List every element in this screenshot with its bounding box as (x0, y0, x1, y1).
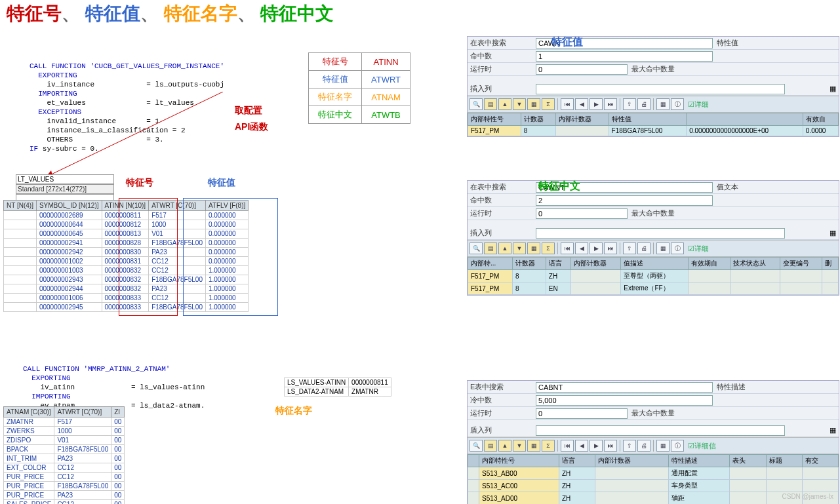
col-header[interactable]: 特性描述 (669, 455, 730, 467)
col-header[interactable]: 有交 (802, 455, 838, 467)
table-row[interactable]: F517_PM8F18BGA78F5L000.0000000000000000E… (468, 126, 839, 136)
table-row[interactable]: PUR_PRICEPA2300 (4, 491, 125, 500)
table-row[interactable]: F517_PM8ENExtreme（FF） (468, 282, 839, 295)
grid-icon[interactable]: ▦ (656, 242, 670, 254)
filter-icon[interactable]: ▤ (484, 242, 497, 254)
col-header[interactable]: 内部特性号 (479, 455, 559, 467)
col-header[interactable]: 值描述 (621, 258, 689, 270)
sap1-hit[interactable] (536, 51, 713, 62)
col-header[interactable]: 内部计数器 (555, 113, 609, 126)
col-header[interactable]: 内部特... (468, 258, 513, 270)
print-icon[interactable]: 🖨 (637, 440, 650, 452)
nav-first-icon[interactable]: ⏮ (561, 440, 574, 452)
nav-next-icon[interactable]: ▶ (590, 98, 603, 110)
col-header[interactable]: 计数器 (521, 113, 555, 126)
col-header[interactable]: ZI (111, 407, 125, 417)
find-icon[interactable]: 🔍 (470, 98, 483, 110)
table-row[interactable]: PUR_PRICEF18BGA78F5L0000 (4, 482, 125, 491)
nav-prev-icon[interactable]: ◀ (575, 242, 588, 254)
nav-prev-icon[interactable]: ◀ (575, 440, 588, 452)
nav-prev-icon[interactable]: ◀ (575, 98, 588, 110)
col-header[interactable]: 表头 (730, 455, 766, 467)
detail-link[interactable]: ☑详细信 (685, 440, 716, 452)
tool-icon[interactable]: ▦ (527, 440, 540, 452)
col-header[interactable]: SYMBOL_ID [N(12)] (36, 201, 102, 211)
data-table-2[interactable]: ATNAM [C(30)]ATWRT [C(70)]ZIZMATNRF51700… (3, 406, 125, 504)
col-header[interactable]: 变更编号 (780, 258, 822, 270)
find-icon[interactable]: 🔍 (470, 242, 483, 254)
nav-next-icon[interactable]: ▶ (590, 440, 603, 452)
table-row[interactable]: LS_VALUES-ATINN0000000811 (285, 378, 391, 387)
nav-last-icon[interactable]: ⏭ (604, 242, 617, 254)
table-row[interactable]: SALES_PRICECC1200 (4, 500, 125, 505)
col-header[interactable]: 内部计数器 (595, 455, 669, 467)
nav-next-icon[interactable]: ▶ (590, 242, 603, 254)
tool-icon[interactable]: ▦ (527, 242, 540, 254)
table-row[interactable]: LS_DATA2-ATNAMZMATNR (285, 387, 391, 397)
export-icon[interactable]: ⇪ (623, 242, 636, 254)
table-row[interactable]: ZMATNRF51700 (4, 417, 125, 427)
nav-last-icon[interactable]: ⏭ (604, 98, 617, 110)
info-icon[interactable]: ⓘ (671, 242, 684, 254)
tool-icon[interactable]: ▦ (527, 98, 540, 110)
col-header[interactable] (468, 455, 479, 467)
col-header[interactable]: 语言 (559, 455, 595, 467)
sap2-ins[interactable] (536, 228, 785, 239)
table-row[interactable]: S513_AB00ZH通用配置 (468, 467, 839, 480)
table-row[interactable]: F517_PM8ZH至尊型（两驱） (468, 270, 839, 282)
sort-asc-icon[interactable]: ▲ (498, 242, 511, 254)
add-icon[interactable]: ▦ (830, 426, 836, 435)
nav-last-icon[interactable]: ⏭ (604, 440, 617, 452)
sum-icon[interactable]: Σ (542, 98, 555, 110)
col-header[interactable]: 计数器 (513, 258, 546, 270)
table-row[interactable]: S513_AC00ZH车身类型 (468, 480, 839, 492)
grid-icon[interactable]: ▦ (656, 440, 670, 452)
table-row[interactable]: EXT_COLORCC1200 (4, 463, 125, 473)
sap1-run[interactable] (536, 64, 628, 75)
detail-link[interactable]: ☑详细 (685, 98, 709, 110)
sap3-run[interactable] (536, 408, 628, 419)
find-icon[interactable]: 🔍 (470, 440, 483, 452)
sap2-grid[interactable]: 内部特...计数器语言内部计数器值描述有效期自技术状态从变更编号删F517_PM… (468, 257, 839, 295)
sort-asc-icon[interactable]: ▲ (498, 440, 511, 452)
col-header[interactable]: ATNAM [C(30)] (4, 407, 54, 417)
col-header[interactable]: 特性值 (609, 113, 687, 126)
grid-icon[interactable]: ▦ (656, 98, 670, 110)
col-header[interactable]: 删 (822, 258, 839, 270)
nav-first-icon[interactable]: ⏮ (561, 242, 574, 254)
table-row[interactable]: ZWERKS100000 (4, 427, 125, 436)
sap3-ins[interactable] (536, 425, 785, 436)
info-icon[interactable]: ⓘ (671, 440, 684, 452)
lt-values-input[interactable] (16, 174, 114, 184)
sort-asc-icon[interactable]: ▲ (498, 98, 511, 110)
add-icon[interactable]: ▦ (830, 229, 836, 237)
col-header[interactable]: 技术状态从 (730, 258, 780, 270)
filter-icon[interactable]: ▤ (484, 98, 497, 110)
col-header[interactable]: 有效期自 (689, 258, 730, 270)
sap3-hit[interactable] (536, 395, 713, 406)
col-header[interactable]: ATWRT [C(70)] (54, 407, 111, 417)
table-row[interactable]: PUR_PRICECC1200 (4, 473, 125, 482)
sap1-grid[interactable]: 内部特性号计数器内部计数器特性值有效自F517_PM8F18BGA78F5L00… (468, 113, 839, 136)
export-icon[interactable]: ⇪ (623, 440, 636, 452)
table-row[interactable]: INT_TRIMPA2300 (4, 454, 125, 463)
col-header[interactable]: 标题 (766, 455, 802, 467)
col-header[interactable]: 内部计数器 (570, 258, 621, 270)
filter-icon[interactable]: ▤ (484, 440, 497, 452)
print-icon[interactable]: 🖨 (637, 98, 650, 110)
info-icon[interactable]: ⓘ (671, 98, 684, 110)
sort-desc-icon[interactable]: ▼ (513, 440, 526, 452)
col-header[interactable]: NT [N(4)] (4, 201, 37, 211)
nav-first-icon[interactable]: ⏮ (561, 98, 574, 110)
export-icon[interactable]: ⇪ (623, 98, 636, 110)
sap2-hit[interactable] (536, 195, 713, 206)
detail-link[interactable]: ☑详细 (685, 242, 709, 254)
sap2-run[interactable] (536, 208, 628, 219)
add-icon[interactable]: ▦ (830, 85, 836, 93)
sum-icon[interactable]: Σ (542, 242, 555, 254)
col-header[interactable] (687, 113, 803, 126)
table-row[interactable]: BPACKF18BGA78F5L0000 (4, 445, 125, 454)
col-header[interactable]: 内部特性号 (468, 113, 521, 126)
table-row[interactable]: ZDISPOV0100 (4, 436, 125, 445)
sap1-ins[interactable] (536, 84, 785, 94)
